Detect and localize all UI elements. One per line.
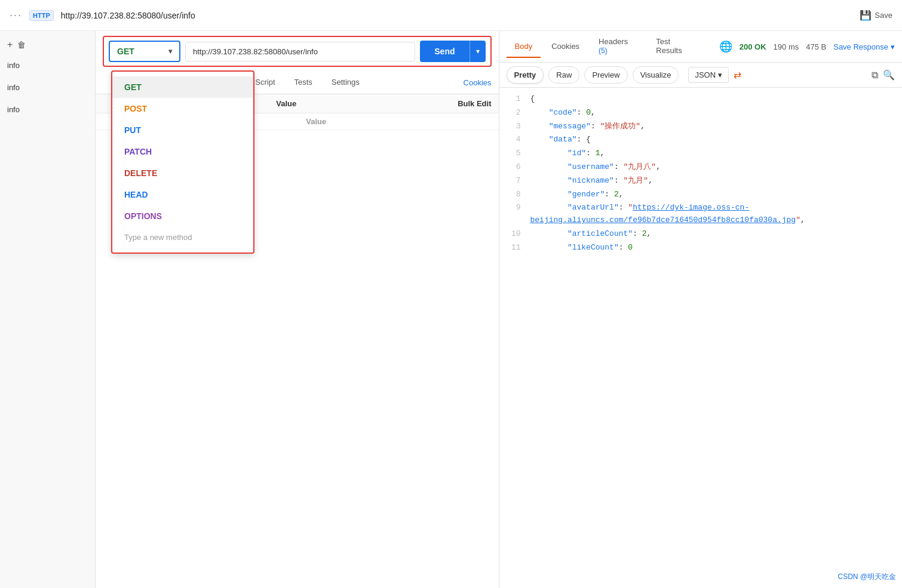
code-line-8: 8 "gender": 2, — [499, 188, 903, 202]
new-method-input[interactable]: Type a new method — [112, 227, 253, 248]
format-tab-pretty[interactable]: Pretty — [507, 66, 544, 84]
response-format-row: Pretty Raw Preview Visualize JSON ▾ ⇄ ⧉ … — [499, 63, 903, 88]
code-line-1: 1 { — [499, 93, 903, 106]
line-num-8: 8 — [507, 189, 521, 201]
code-line-10: 10 "articleCount": 2, — [499, 227, 903, 241]
save-response-label: Save Response — [833, 42, 888, 51]
method-option-put[interactable]: PUT — [112, 119, 253, 141]
send-button[interactable]: Send — [420, 41, 469, 61]
sidebar-item-1[interactable]: info — [0, 77, 95, 98]
status-size: 475 B — [806, 42, 826, 51]
code-line-2: 2 "code": 0, — [499, 106, 903, 120]
url-bar-inner: GET ▾ Send ▾ — [104, 37, 490, 66]
line-num-4: 4 — [507, 134, 521, 146]
sidebar-delete-button[interactable]: 🗑 — [17, 40, 26, 50]
sidebar-item-0[interactable]: info — [0, 55, 95, 76]
method-option-options[interactable]: OPTIONS — [112, 205, 253, 227]
response-tabs: Body Cookies Headers (5) Test Results — [499, 31, 712, 62]
response-tab-body[interactable]: Body — [507, 36, 541, 58]
line-content-11: "likeCount": 0 — [530, 242, 895, 254]
line-num-2: 2 — [507, 107, 521, 119]
method-option-head[interactable]: HEAD — [112, 184, 253, 205]
line-content-1: { — [530, 93, 895, 106]
more-options-icon[interactable]: ··· — [10, 9, 22, 21]
json-key-message: "message" — [530, 122, 591, 131]
line-content-7: "nickname": "九月", — [530, 175, 895, 187]
code-line-3: 3 "message": "操作成功", — [499, 120, 903, 134]
save-response-button[interactable]: Save Response ▾ — [833, 42, 895, 51]
line-content-10: "articleCount": 2, — [530, 228, 895, 241]
json-key-gender: "gender" — [530, 190, 605, 199]
format-tab-visualize[interactable]: Visualize — [633, 66, 679, 84]
json-key-article-count: "articleCount" — [530, 229, 633, 238]
tab-tests[interactable]: Tests — [286, 72, 321, 94]
save-label: Save — [875, 11, 892, 20]
code-line-9: 9 "avatarUrl": "https://dyk-image.oss-cn… — [499, 201, 903, 227]
method-option-post[interactable]: POST — [112, 98, 253, 119]
url-input[interactable] — [185, 42, 415, 61]
value-col-header: Value — [276, 99, 431, 108]
json-key-data: "data" — [530, 135, 577, 144]
tab-settings[interactable]: Settings — [323, 72, 368, 94]
format-tab-preview[interactable]: Preview — [584, 66, 627, 84]
code-line-6: 6 "username": "九月八", — [499, 161, 903, 174]
line-content-9: "avatarUrl": "https://dyk-image.oss-cn-b… — [530, 202, 895, 227]
response-headers-badge: (5) — [599, 47, 608, 55]
search-button[interactable]: 🔍 — [883, 69, 895, 81]
response-panel: Body Cookies Headers (5) Test Results 🌐 … — [499, 31, 903, 588]
format-select-label: JSON — [695, 70, 716, 79]
copy-button[interactable]: ⧉ — [872, 70, 878, 81]
json-key-id: "id" — [530, 149, 587, 158]
method-option-get[interactable]: GET — [112, 76, 253, 98]
method-dropdown-menu: GET POST PUT PATCH DELETE HEAD OPTIONS T… — [111, 70, 254, 254]
line-content-4: "data": { — [530, 134, 895, 146]
status-time: 190 ms — [774, 42, 799, 51]
response-tab-test-results[interactable]: Test Results — [648, 31, 704, 62]
response-header-row: Body Cookies Headers (5) Test Results 🌐 … — [499, 31, 903, 63]
top-bar: ··· HTTP http://39.107.238.82:58080/user… — [0, 0, 902, 31]
json-key-code: "code" — [530, 108, 577, 117]
json-key-like-count: "likeCount" — [530, 243, 619, 252]
sidebar-controls: + 🗑 — [0, 36, 95, 54]
format-tab-raw[interactable]: Raw — [548, 66, 579, 84]
sidebar-add-button[interactable]: + — [7, 39, 13, 50]
method-dropdown-trigger[interactable]: GET ▾ — [109, 41, 180, 62]
save-icon: 💾 — [860, 10, 872, 21]
code-line-11: 11 "likeCount": 0 — [499, 241, 903, 255]
response-tab-headers[interactable]: Headers (5) — [590, 31, 645, 62]
top-url-display: http://39.107.238.82:58080/user/info — [61, 11, 853, 20]
sidebar-item-2[interactable]: info — [0, 99, 95, 120]
line-content-5: "id": 1, — [530, 147, 895, 160]
send-dropdown-arrow[interactable]: ▾ — [470, 42, 486, 61]
line-content-8: "gender": 2, — [530, 189, 895, 201]
http-badge: HTTP — [29, 10, 54, 21]
response-status-bar: 🌐 200 OK 190 ms 475 B Save Response ▾ — [712, 40, 902, 53]
line-num-1: 1 — [507, 93, 521, 106]
code-line-7: 7 "nickname": "九月", — [499, 174, 903, 188]
response-tab-cookies[interactable]: Cookies — [543, 36, 588, 58]
row-value[interactable]: Value — [306, 117, 491, 126]
method-option-patch[interactable]: PATCH — [112, 141, 253, 162]
json-key-avatar: "avatarUrl" — [530, 203, 619, 212]
json-key-nickname: "nickname" — [530, 176, 614, 185]
response-body: 1 { 2 "code": 0, 3 "message": "操作成功", — [499, 88, 903, 588]
request-panel: GET ▾ Send ▾ GET POST PUT — [96, 31, 499, 588]
line-content-6: "username": "九月八", — [530, 161, 895, 174]
line-num-3: 3 — [507, 121, 521, 133]
chevron-down-icon: ▾ — [168, 47, 172, 56]
actions-col: Bulk Edit — [432, 99, 492, 108]
wrap-icon[interactable]: ⇄ — [734, 69, 741, 81]
url-bar-outlined: GET ▾ Send ▾ GET POST PUT — [103, 36, 492, 67]
cookies-link[interactable]: Cookies — [464, 72, 492, 93]
method-option-delete[interactable]: DELETE — [112, 162, 253, 184]
method-label: GET — [117, 47, 134, 56]
line-num-11: 11 — [507, 242, 521, 254]
line-num-10: 10 — [507, 228, 521, 241]
save-button[interactable]: 💾 Save — [860, 10, 892, 21]
bulk-edit-button[interactable]: Bulk Edit — [458, 99, 491, 108]
sidebar: + 🗑 info info info — [0, 31, 96, 588]
format-select[interactable]: JSON ▾ — [688, 67, 729, 83]
send-button-group[interactable]: Send ▾ — [420, 41, 485, 62]
main-area: + 🗑 info info info GET ▾ — [0, 31, 902, 588]
line-num-6: 6 — [507, 161, 521, 174]
